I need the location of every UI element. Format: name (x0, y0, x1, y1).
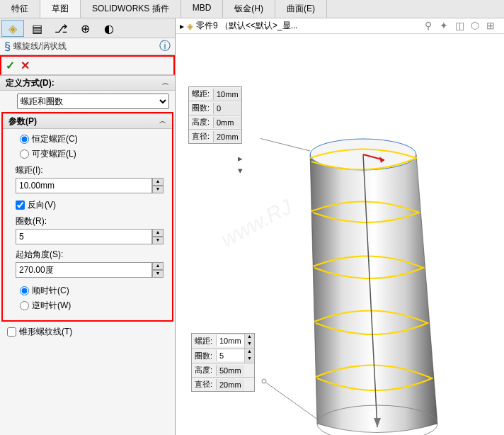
view-icon-3[interactable]: ◫ (453, 20, 466, 33)
chevron-up-icon[interactable]: ︿ (162, 78, 169, 88)
tab-mbd[interactable]: MBD (181, 0, 224, 18)
tab-surface[interactable]: 曲面(E) (275, 0, 327, 18)
panel-tab-feature-manager[interactable]: ◈ (1, 20, 24, 37)
radio-cw[interactable] (20, 286, 29, 295)
label-const-pitch: 恒定螺距(C) (32, 133, 78, 145)
tab-sketch[interactable]: 草图 (40, 0, 81, 18)
spinner-up[interactable]: ▲ (152, 229, 164, 237)
dimension-box-bottom: 螺距:10mm▲▼ 圈数:5▲▼ 高度:50mm 直径:20mm (191, 333, 255, 392)
dimension-box-top: 螺距:10mm 圈数:0 高度:0mm 直径:20mm (188, 86, 242, 144)
tab-sw-addin[interactable]: SOLIDWORKS 插件 (81, 0, 181, 18)
label-pitch: 螺距(I): (6, 163, 169, 178)
help-icon[interactable]: ⓘ (159, 39, 171, 54)
view-icon-2[interactable]: ✦ (437, 20, 450, 33)
dim-pitch-val[interactable]: 10mm (216, 335, 244, 346)
panel-tab-config[interactable]: ⎇ (50, 20, 72, 37)
radio-ccw[interactable] (20, 301, 29, 310)
tab-sheetmetal[interactable]: 钣金(H) (223, 0, 275, 18)
label-ccw: 逆时针(W) (32, 300, 71, 312)
label-var-pitch: 可变螺距(L) (32, 148, 76, 160)
panel-tab-appearance[interactable]: ◐ (98, 20, 120, 37)
spinner-down[interactable]: ▼ (152, 237, 164, 244)
panel-tab-dim[interactable]: ⊕ (74, 20, 96, 37)
label-reverse: 反向(V) (28, 199, 56, 211)
view-icon-1[interactable]: ⚲ (422, 20, 435, 33)
spinner-down[interactable]: ▼ (152, 270, 164, 278)
label-taper: 锥形螺纹线(T) (19, 326, 72, 338)
feature-tree-icon: ◈ (8, 22, 17, 35)
config-icon: ⎇ (55, 22, 67, 35)
radio-var-pitch[interactable] (20, 149, 29, 159)
input-revolutions[interactable] (16, 229, 152, 244)
ok-button[interactable]: ✓ (6, 59, 15, 72)
spinner-down[interactable]: ▼ (245, 356, 254, 363)
spinner-up[interactable]: ▲ (245, 349, 254, 356)
section-params: 参数(P) (8, 115, 37, 128)
part-icon: ◈ (187, 21, 193, 31)
input-start-angle[interactable] (16, 262, 152, 278)
property-icon: ▤ (32, 22, 42, 35)
spinner-up[interactable]: ▲ (152, 262, 164, 270)
input-pitch[interactable] (16, 178, 152, 193)
helix-icon: § (4, 40, 11, 53)
view-icon-4[interactable]: ⬡ (469, 20, 481, 33)
dim-rev-val[interactable]: 5 (216, 350, 244, 361)
svg-point-9 (262, 379, 266, 383)
cylinder-model (260, 55, 473, 435)
3d-viewport[interactable]: www.RJ (176, 34, 504, 435)
view-icon-5[interactable]: ⊞ (484, 20, 497, 33)
chevron-up-icon[interactable]: ︿ (159, 116, 166, 126)
appearance-icon: ◐ (104, 22, 114, 35)
tab-feature[interactable]: 特征 (0, 0, 40, 18)
breadcrumb-arrow-icon[interactable]: ▸ (180, 21, 184, 31)
spinner-down[interactable]: ▼ (152, 186, 164, 193)
cancel-button[interactable]: ✕ (21, 59, 30, 72)
checkbox-reverse[interactable] (16, 200, 25, 210)
svg-line-6 (260, 137, 310, 151)
label-start-angle: 起始角度(S): (6, 247, 169, 262)
spinner-down[interactable]: ▼ (245, 341, 254, 348)
feature-title: 螺旋线/涡状线 (13, 40, 159, 52)
checkbox-taper[interactable] (7, 327, 16, 337)
panel-tab-property[interactable]: ▤ (25, 20, 48, 37)
target-icon: ⊕ (81, 22, 90, 35)
radio-const-pitch[interactable] (20, 135, 29, 144)
breadcrumb-text: 零件9 （默认<<默认>_显... (196, 20, 298, 32)
def-method-select[interactable]: 螺距和圈数 (17, 94, 169, 109)
nav-arrows[interactable]: ▸▾ (238, 153, 243, 176)
svg-line-8 (264, 381, 319, 420)
section-def-method: 定义方式(D): (6, 77, 55, 89)
label-revolutions: 圈数(R): (6, 214, 169, 229)
label-cw: 顺时针(C) (32, 285, 69, 297)
spinner-up[interactable]: ▲ (152, 178, 164, 186)
spinner-up[interactable]: ▲ (245, 334, 254, 341)
